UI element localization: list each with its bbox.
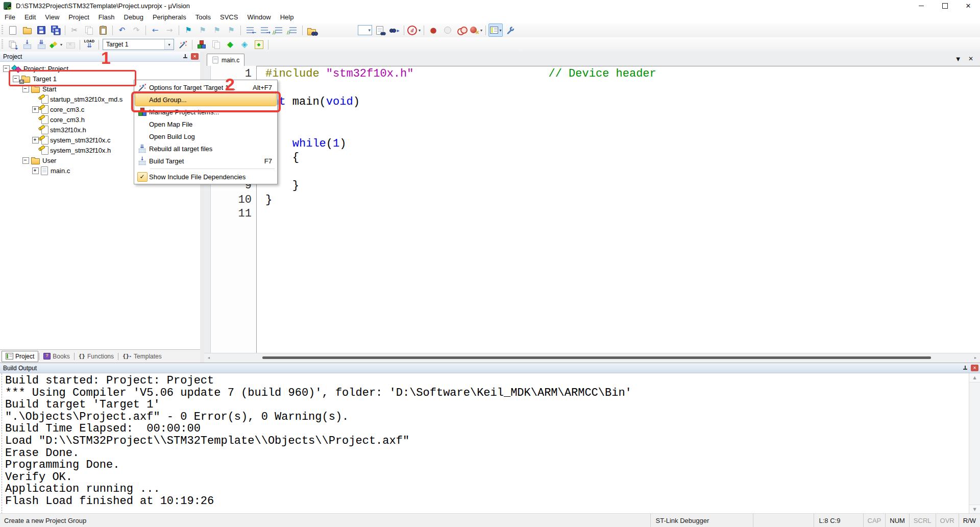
menu-window[interactable]: Window [242, 12, 275, 22]
incremental-find-icon[interactable]: ▸ [388, 24, 401, 36]
configure-icon[interactable] [504, 24, 517, 36]
tab-list-dropdown-icon[interactable]: ▼ [956, 56, 960, 62]
toolbar-grip[interactable] [2, 39, 3, 50]
close-button[interactable]: ✕ [957, 0, 980, 11]
options-for-target-icon[interactable] [176, 38, 189, 51]
build-output-text: Build started: Project: Project *** Usin… [0, 373, 969, 514]
start-stop-debug-icon[interactable]: ▾ [407, 24, 421, 36]
horizontal-scrollbar[interactable]: ◂ ▸ [204, 353, 980, 363]
pack-installer-icon[interactable]: ◆ [252, 38, 265, 51]
build-icon[interactable]: ↓ [20, 38, 34, 51]
select-software-packs-icon[interactable]: ◈ [238, 38, 251, 51]
insert-breakpoint-icon[interactable]: ● [427, 24, 440, 36]
scrollbar-thumb[interactable] [262, 356, 931, 359]
context-menu-item-open-map-file[interactable]: Open Map File [135, 118, 276, 130]
build-output-scrollbar[interactable]: ▲ ▼ [969, 373, 980, 514]
bookmark-clear-icon[interactable]: ⚑ [225, 24, 238, 36]
dropdown-arrow-icon: ▾ [60, 42, 62, 47]
stop-build-icon[interactable] [64, 38, 77, 51]
panel-tab-functions[interactable]: Functions [75, 351, 117, 362]
menu-peripherals[interactable]: Peripherals [148, 12, 191, 22]
save-icon[interactable] [35, 24, 48, 36]
scroll-up-icon[interactable]: ▲ [969, 373, 980, 382]
menu-svcs[interactable]: SVCS [215, 12, 242, 22]
cut-icon[interactable]: ✂ [68, 24, 81, 36]
project-window-toggle[interactable]: ▾ [488, 23, 503, 37]
pin-icon[interactable] [963, 365, 968, 371]
tree-item-label: core_cm3.c [50, 106, 84, 113]
copy-icon[interactable] [82, 24, 95, 36]
redo-icon[interactable]: ↷ [130, 24, 143, 36]
search-text-combo[interactable] [357, 24, 373, 36]
find-in-files-icon[interactable] [305, 24, 318, 36]
translate-icon[interactable]: ⇣ [6, 38, 19, 51]
bookmark-prev-icon[interactable]: ⚑ [196, 24, 209, 36]
menu-debug[interactable]: Debug [119, 12, 148, 22]
context-menu-item-rebuild-all-target-files[interactable]: ⇊Rebuild all target files [135, 142, 276, 155]
menu-flash[interactable]: Flash [94, 12, 119, 22]
minimize-button[interactable] [910, 0, 933, 11]
tab-main-c[interactable]: main.c [207, 54, 244, 66]
panel-tab-templates[interactable]: Templates [119, 351, 165, 362]
bookmark-next-icon[interactable]: ⚑ [210, 24, 224, 36]
window-controls: ✕ [910, 0, 980, 11]
paste-icon[interactable] [96, 24, 110, 36]
bookmark-toggle-icon[interactable]: ⚑ [182, 24, 195, 36]
menu-file[interactable]: File [0, 12, 20, 22]
maximize-button[interactable] [933, 0, 957, 11]
manage-project-items-icon[interactable] [195, 38, 208, 51]
navigate-back-icon[interactable]: ← [149, 24, 162, 36]
disable-all-breakpoints-icon[interactable] [455, 24, 469, 36]
code-text[interactable]: #include "stm32f10x.h" // Device header … [257, 66, 980, 353]
context-menu-item-open-build-log[interactable]: Open Build Log [135, 130, 276, 142]
indent-icon[interactable]: → [258, 24, 271, 36]
unindent-icon[interactable]: ← [243, 24, 257, 36]
tree-expander-icon[interactable] [3, 65, 10, 72]
tree-expander-icon[interactable] [32, 106, 39, 113]
context-menu-item-add-group-[interactable]: Add Group... [135, 93, 276, 106]
context-menu-item-show-include-file-dependencies[interactable]: ✓Show Include File Dependencies [135, 171, 276, 183]
kill-all-breakpoints-icon[interactable]: ▾ [470, 24, 483, 36]
menu-help[interactable]: Help [276, 12, 299, 22]
tree-expander-icon[interactable] [32, 137, 39, 143]
comment-icon[interactable]: // [272, 24, 285, 36]
file-extensions-icon[interactable] [209, 38, 223, 51]
batch-build-icon[interactable]: ◆◆▾ [49, 38, 63, 51]
open-file-icon[interactable] [20, 24, 34, 36]
uncomment-icon[interactable]: // [286, 24, 300, 36]
enable-disable-breakpoint-icon[interactable] [441, 24, 454, 36]
project-panel-close-button[interactable] [191, 53, 199, 60]
navigate-forward-icon[interactable]: → [163, 24, 176, 36]
build-icon: ↓ [135, 157, 149, 165]
menu-view[interactable]: View [40, 12, 64, 22]
pin-icon[interactable] [183, 54, 188, 59]
menu-project[interactable]: Project [64, 12, 93, 22]
close-tab-icon[interactable]: ✕ [968, 55, 973, 62]
find-in-document-icon[interactable] [374, 24, 387, 36]
panel-tab-books[interactable]: Books [40, 351, 73, 362]
tree-expander-icon[interactable] [22, 157, 29, 164]
toolbar-grip[interactable] [2, 25, 3, 35]
tree-expander-icon[interactable] [22, 86, 29, 92]
tree-expander-icon[interactable] [32, 167, 39, 174]
menu-tools[interactable]: Tools [191, 12, 215, 22]
scroll-down-icon[interactable]: ▼ [969, 505, 980, 514]
build-output-close-button[interactable] [971, 365, 978, 371]
context-menu-item-build-target[interactable]: ↓Build TargetF7 [135, 155, 276, 167]
menu-edit[interactable]: Edit [20, 12, 40, 22]
tree-expander-icon[interactable] [13, 76, 19, 82]
manage-rte-icon[interactable]: ◆ [224, 38, 237, 51]
download-to-flash-icon[interactable]: LOAD⇊ [83, 38, 96, 51]
context-menu-item-options-for-target-target-1-[interactable]: Options for Target 'Target 1'...Alt+F7 [135, 81, 276, 93]
tree-item-project-project[interactable]: Project: Project [0, 63, 200, 74]
chevron-down-icon[interactable]: ▾ [164, 39, 174, 50]
target-select-combo[interactable]: Target 1▾ [103, 39, 174, 50]
undo-icon[interactable]: ↶ [115, 24, 129, 36]
new-file-icon[interactable] [6, 24, 19, 36]
context-menu-item-manage-project-items-[interactable]: Manage Project Items... [135, 106, 276, 118]
rebuild-icon[interactable]: ⇊ [35, 38, 48, 51]
scroll-right-icon[interactable]: ▸ [972, 354, 979, 361]
panel-tab-project[interactable]: Project [2, 351, 38, 362]
save-all-icon[interactable] [49, 24, 62, 36]
scroll-left-icon[interactable]: ◂ [205, 354, 212, 361]
